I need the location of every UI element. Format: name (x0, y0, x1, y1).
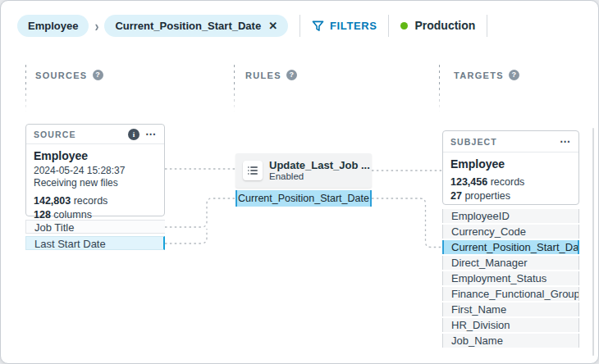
source-title: Employee (34, 149, 157, 162)
rules-label: RULES (245, 71, 281, 80)
target-field-row[interactable]: HR_Division (442, 318, 579, 332)
rule-list-icon (243, 161, 263, 180)
source-card-label: SOURCE (34, 130, 128, 139)
source-field-label: Job Title (34, 221, 74, 234)
rule-card[interactable]: Update_Last_Job ... Enabled (235, 153, 372, 188)
rule-field-chip[interactable]: Current_Position_Start_Date (235, 190, 372, 207)
more-menu-icon[interactable]: ⋯ (560, 139, 571, 145)
subject-card-body: Employee 123,456 records 27 properties (443, 152, 578, 207)
filters-button[interactable]: FILTERS (312, 20, 377, 32)
environment-selector[interactable]: Production (400, 19, 475, 32)
column-divider-dashed (234, 65, 235, 112)
rule-title: Update_Last_Job ... (269, 159, 370, 171)
target-field-label: Job_Name (451, 334, 503, 347)
source-field-row[interactable]: Job Title (25, 220, 165, 234)
rule-text: Update_Last_Job ... Enabled (269, 159, 370, 182)
sources-label: SOURCES (35, 71, 88, 80)
target-field-row[interactable]: Currency_Code (442, 225, 579, 239)
source-columns-label: columns (51, 209, 92, 221)
more-menu-icon[interactable]: ⋯ (145, 131, 157, 138)
target-field-row[interactable]: First_Name (442, 303, 579, 316)
target-field-label: EmployeeID (451, 210, 510, 222)
source-records-value: 142,803 (34, 195, 71, 207)
environment-label: Production (414, 19, 475, 32)
subject-properties-label: properties (462, 190, 510, 202)
subject-records: 123,456 records (450, 175, 571, 189)
targets-label: TARGETS (454, 71, 504, 80)
breadcrumb-chip-label: Employee (28, 20, 78, 32)
target-field-label: First_Name (451, 303, 506, 316)
subject-card-label: SUBJECT (450, 137, 560, 147)
help-icon[interactable]: ? (509, 70, 519, 80)
filter-funnel-icon (312, 20, 324, 32)
source-field-label: Last Start Date (34, 238, 106, 250)
breadcrumb-chip-field[interactable]: Current_Position_Start_Date ✕ (104, 15, 288, 37)
targets-column-header: TARGETS ? (454, 70, 519, 80)
source-card-header: SOURCE i ⋯ (26, 125, 164, 144)
target-field-row[interactable]: Job_Name (442, 334, 579, 348)
rules-column-header: RULES ? (245, 70, 297, 80)
subject-properties-value: 27 (450, 190, 462, 202)
divider (388, 15, 389, 37)
rule-status: Enabled (269, 171, 370, 182)
target-field-label: Finance_Functional_Group (451, 288, 579, 300)
chevron-right-icon: › (94, 16, 98, 34)
target-field-row[interactable]: Finance_Functional_Group (442, 287, 579, 301)
target-field-row[interactable]: EmployeeID (442, 209, 579, 223)
source-records: 142,803 records (34, 194, 157, 208)
breadcrumb-chip-employee[interactable]: Employee (17, 15, 89, 37)
column-divider-dashed (25, 65, 26, 112)
source-card[interactable]: SOURCE i ⋯ Employee 2024-05-24 15:28:37 … (25, 124, 165, 216)
target-field-row[interactable]: Current_Position_Start_Date (442, 240, 579, 254)
help-icon[interactable]: ? (93, 70, 103, 80)
source-columns-value: 128 (34, 209, 51, 221)
source-records-label: records (71, 195, 107, 207)
source-status: Receiving new files (34, 177, 157, 189)
divider (300, 15, 300, 37)
target-field-row[interactable]: Employment_Status (442, 271, 579, 285)
subject-records-label: records (487, 176, 524, 188)
target-field-label: Currency_Code (451, 225, 526, 238)
subject-card-header: SUBJECT ⋯ (443, 131, 578, 152)
status-dot-icon (400, 22, 408, 30)
subject-card[interactable]: SUBJECT ⋯ Employee 123,456 records 27 pr… (442, 130, 579, 205)
subject-properties: 27 properties (450, 189, 571, 203)
breadcrumb-chip-label: Current_Position_Start_Date (115, 20, 261, 32)
close-icon[interactable]: ✕ (268, 20, 277, 32)
help-icon[interactable]: ? (286, 70, 297, 80)
divider (487, 15, 487, 37)
breadcrumb: Employee › Current_Position_Start_Date ✕… (17, 14, 499, 37)
source-field-row[interactable]: Last Start Date (25, 236, 165, 250)
subject-records-value: 123,456 (450, 176, 487, 188)
info-icon[interactable]: i (128, 129, 139, 140)
target-field-row[interactable]: Direct_Manager (442, 256, 579, 270)
column-divider-dashed (439, 65, 440, 112)
target-field-label: Current_Position_Start_Date (451, 241, 579, 253)
subject-title: Employee (450, 157, 571, 171)
scrollbar[interactable] (592, 128, 594, 356)
filters-label: FILTERS (330, 20, 377, 32)
target-field-label: Employment_Status (451, 272, 546, 284)
sources-column-header: SOURCES ? (35, 70, 103, 80)
target-field-label: Direct_Manager (451, 257, 528, 269)
source-card-body: Employee 2024-05-24 15:28:37 Receiving n… (26, 144, 164, 226)
target-field-label: HR_Division (451, 319, 510, 331)
lineage-panel: Employee › Current_Position_Start_Date ✕… (0, 0, 599, 364)
source-timestamp: 2024-05-24 15:28:37 (34, 165, 157, 177)
